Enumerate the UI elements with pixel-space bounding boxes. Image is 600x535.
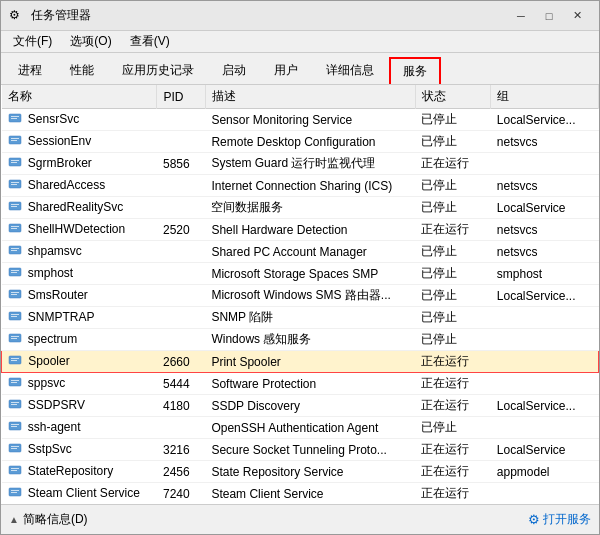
- svg-rect-23: [11, 272, 17, 273]
- table-row[interactable]: SensrSvc Sensor Monitoring Service 已停止 L…: [2, 109, 599, 131]
- svg-rect-26: [11, 294, 17, 295]
- service-icon: [8, 441, 22, 458]
- table-row[interactable]: SstpSvc 3216 Secure Socket Tunneling Pro…: [2, 439, 599, 461]
- table-row[interactable]: SharedAccess Internet Connection Sharing…: [2, 175, 599, 197]
- col-header-group[interactable]: 组: [491, 85, 599, 109]
- service-name: spectrum: [28, 332, 77, 346]
- open-services-label: 打开服务: [543, 511, 591, 528]
- service-icon: [8, 375, 22, 392]
- svg-rect-41: [11, 404, 17, 405]
- services-table-container[interactable]: 名称 PID 描述 状态 组 SensrSvc Sensor Monitorin…: [1, 85, 599, 504]
- cell-status: 正在运行: [415, 461, 490, 483]
- cell-desc: SNMP 陷阱: [205, 307, 415, 329]
- service-icon: [8, 485, 22, 502]
- table-row[interactable]: SSDPSRV 4180 SSDP Discovery 正在运行 LocalSe…: [2, 395, 599, 417]
- tab-services[interactable]: 服务: [389, 57, 441, 84]
- bottom-bar: ▲ 简略信息(D) ⚙ 打开服务: [1, 504, 599, 534]
- expand-icon: ▲: [9, 514, 19, 525]
- cell-status: 已停止: [415, 241, 490, 263]
- table-row[interactable]: SgrmBroker 5856 System Guard 运行时监视代理 正在运…: [2, 153, 599, 175]
- tab-performance[interactable]: 性能: [57, 57, 107, 84]
- service-icon: [8, 463, 22, 480]
- cell-pid: 4180: [157, 395, 205, 417]
- close-button[interactable]: ✕: [563, 6, 591, 26]
- svg-rect-11: [11, 184, 17, 185]
- open-services-link[interactable]: ⚙ 打开服务: [528, 511, 591, 528]
- table-row[interactable]: Steam Client Service 7240 Steam Client S…: [2, 483, 599, 505]
- table-row[interactable]: ssh-agent OpenSSH Authentication Agent 已…: [2, 417, 599, 439]
- tab-startup[interactable]: 启动: [209, 57, 259, 84]
- cell-group: netsvcs: [491, 219, 599, 241]
- service-icon: [8, 331, 22, 348]
- service-icon: [8, 111, 22, 128]
- expand-label[interactable]: 简略信息(D): [23, 511, 88, 528]
- cell-status: 正在运行: [415, 351, 490, 373]
- table-row[interactable]: SharedRealitySvc 空间数据服务 已停止 LocalService: [2, 197, 599, 219]
- table-row[interactable]: shpamsvc Shared PC Account Manager 已停止 n…: [2, 241, 599, 263]
- service-icon: [8, 243, 22, 260]
- menu-file[interactable]: 文件(F): [5, 31, 60, 52]
- menu-view[interactable]: 查看(V): [122, 31, 178, 52]
- service-icon: [8, 177, 22, 194]
- tab-processes[interactable]: 进程: [5, 57, 55, 84]
- svg-rect-53: [11, 492, 17, 493]
- app-icon: ⚙: [9, 8, 25, 24]
- service-name: SessionEnv: [28, 134, 91, 148]
- cell-name: Steam Client Service: [2, 483, 157, 505]
- cell-group: netsvcs: [491, 131, 599, 153]
- tabs-bar: 进程 性能 应用历史记录 启动 用户 详细信息 服务: [1, 53, 599, 85]
- table-row[interactable]: sppsvc 5444 Software Protection 正在运行: [2, 373, 599, 395]
- service-name: SgrmBroker: [28, 156, 92, 170]
- cell-group: [491, 417, 599, 439]
- svg-rect-4: [11, 138, 19, 139]
- table-row[interactable]: ShellHWDetection 2520 Shell Hardware Det…: [2, 219, 599, 241]
- maximize-button[interactable]: □: [535, 6, 563, 26]
- table-row[interactable]: Spooler 2660 Print Spooler 正在运行: [2, 351, 599, 373]
- cell-desc: 空间数据服务: [205, 197, 415, 219]
- cell-group: LocalService...: [491, 285, 599, 307]
- table-row[interactable]: SmsRouter Microsoft Windows SMS 路由器... 已…: [2, 285, 599, 307]
- service-name: smphost: [28, 266, 73, 280]
- cell-status: 已停止: [415, 131, 490, 153]
- svg-rect-47: [11, 448, 17, 449]
- tab-users[interactable]: 用户: [261, 57, 311, 84]
- col-header-desc[interactable]: 描述: [205, 85, 415, 109]
- cell-group: [491, 483, 599, 505]
- cell-desc: Print Spooler: [205, 351, 415, 373]
- cell-name: spectrum: [2, 329, 157, 351]
- service-name: Steam Client Service: [28, 486, 140, 500]
- table-row[interactable]: smphost Microsoft Storage Spaces SMP 已停止…: [2, 263, 599, 285]
- col-header-name[interactable]: 名称: [2, 85, 157, 109]
- cell-group: LocalService...: [491, 109, 599, 131]
- cell-group: [491, 153, 599, 175]
- tab-app-history[interactable]: 应用历史记录: [109, 57, 207, 84]
- cell-status: 已停止: [415, 307, 490, 329]
- cell-desc: Sensor Monitoring Service: [205, 109, 415, 131]
- table-row[interactable]: SNMPTRAP SNMP 陷阱 已停止: [2, 307, 599, 329]
- cell-desc: Steam Client Service: [205, 483, 415, 505]
- cell-pid: [157, 329, 205, 351]
- table-header-row: 名称 PID 描述 状态 组: [2, 85, 599, 109]
- table-row[interactable]: spectrum Windows 感知服务 已停止: [2, 329, 599, 351]
- service-name: SSDPSRV: [28, 398, 85, 412]
- table-row[interactable]: StateRepository 2456 State Repository Se…: [2, 461, 599, 483]
- svg-rect-10: [11, 182, 19, 183]
- minimize-button[interactable]: ─: [507, 6, 535, 26]
- svg-rect-37: [11, 380, 19, 381]
- svg-rect-25: [11, 292, 19, 293]
- menu-options[interactable]: 选项(O): [62, 31, 119, 52]
- services-table: 名称 PID 描述 状态 组 SensrSvc Sensor Monitorin…: [1, 85, 599, 504]
- col-header-status[interactable]: 状态: [415, 85, 490, 109]
- service-name: SharedAccess: [28, 178, 105, 192]
- tab-details[interactable]: 详细信息: [313, 57, 387, 84]
- table-row[interactable]: SessionEnv Remote Desktop Configuration …: [2, 131, 599, 153]
- cell-pid: 2520: [157, 219, 205, 241]
- cell-status: 已停止: [415, 329, 490, 351]
- col-header-pid[interactable]: PID: [157, 85, 205, 109]
- bottom-left: ▲ 简略信息(D): [9, 511, 88, 528]
- cell-name: shpamsvc: [2, 241, 157, 263]
- cell-name: ShellHWDetection: [2, 219, 157, 241]
- title-controls: ─ □ ✕: [507, 6, 591, 26]
- service-icon: [8, 155, 22, 172]
- title-bar-left: ⚙ 任务管理器: [9, 7, 91, 24]
